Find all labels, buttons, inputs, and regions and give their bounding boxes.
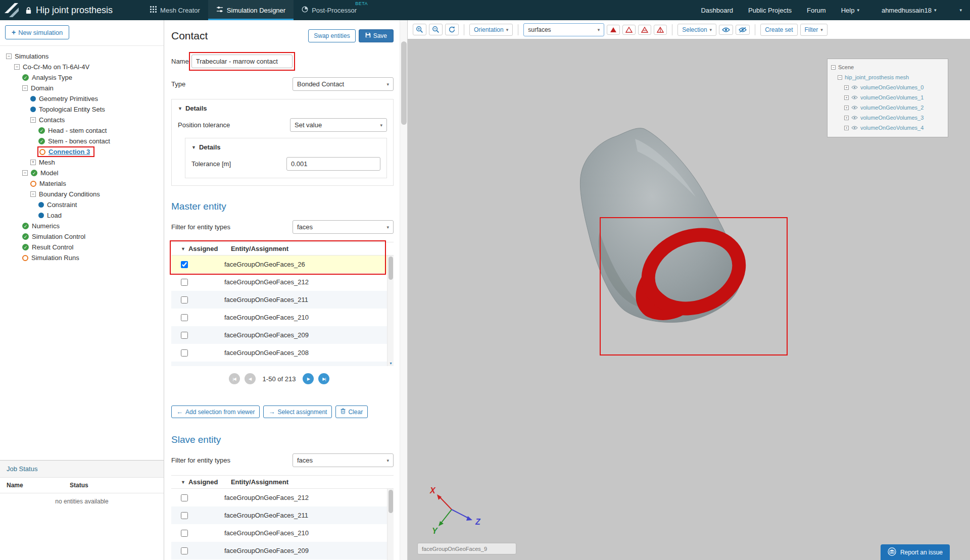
details-section-toggle[interactable]: ▼ Details <box>178 105 387 112</box>
collapse-icon[interactable]: − <box>838 75 842 80</box>
tree-item-simulation-runs[interactable]: Simulation Runs <box>0 252 164 263</box>
expand-icon[interactable]: + <box>844 116 849 120</box>
visibility-eye-icon[interactable] <box>851 105 858 110</box>
tree-item-boundary-conditions[interactable]: −Boundary Conditions <box>0 189 164 199</box>
nav-public-projects[interactable]: Public Projects <box>748 7 792 14</box>
collapse-icon[interactable]: − <box>831 65 836 70</box>
entity-checkbox[interactable] <box>181 494 188 501</box>
expand-icon[interactable]: + <box>844 95 849 100</box>
entity-checkbox[interactable] <box>181 261 188 268</box>
tree-item-result-control[interactable]: ✓Result Control <box>0 242 164 252</box>
tree-item-simulations[interactable]: −Simulations <box>0 51 164 62</box>
clear-button[interactable]: Clear <box>335 405 368 418</box>
entity-checkbox[interactable] <box>181 349 188 357</box>
collapse-icon[interactable]: − <box>22 85 28 91</box>
scrollbar-thumb[interactable] <box>389 490 393 513</box>
mesh-quality-filled-triangle-button[interactable] <box>607 25 620 35</box>
panel-scrollbar[interactable] <box>400 20 407 560</box>
entity-checkbox[interactable] <box>181 530 188 537</box>
entity-row[interactable]: faceGroupOnGeoFaces_26 <box>171 256 394 273</box>
tolerance-input[interactable] <box>286 157 380 171</box>
tree-item-connection-3[interactable]: Connection 3 <box>0 146 164 157</box>
entity-checkbox[interactable] <box>181 547 188 554</box>
new-simulation-button[interactable]: + New simulation <box>5 25 69 39</box>
nav-dashboard[interactable]: Dashboard <box>701 7 733 14</box>
scene-volume-volumeongeovolumes-3[interactable]: +volumeOnGeoVolumes_3 <box>831 113 944 123</box>
previous-page-button[interactable]: ◀ <box>245 373 256 384</box>
mesh-quality-outline-triangle-button[interactable] <box>622 25 636 35</box>
add-selection-from-viewer-button[interactable]: ← Add selection from viewer <box>171 405 260 418</box>
tree-item-head-stem-contact[interactable]: ✓Head - stem contact <box>0 125 164 136</box>
zoom-in-button[interactable] <box>413 24 426 35</box>
collapse-icon[interactable]: − <box>30 191 36 197</box>
filter-dropdown[interactable]: Filter ▾ <box>800 24 828 36</box>
tree-item-contacts[interactable]: −Contacts <box>0 115 164 125</box>
tree-item-load[interactable]: Load <box>0 210 164 221</box>
slave-entity-filter-select[interactable]: faces ▾ <box>293 453 394 467</box>
position-tolerance-select[interactable]: Set value ▾ <box>290 118 387 132</box>
entity-checkbox[interactable] <box>181 279 188 286</box>
visibility-eye-icon[interactable] <box>851 85 858 90</box>
tree-item-mesh[interactable]: +Mesh <box>0 157 164 168</box>
last-page-button[interactable]: ▶| <box>318 373 329 384</box>
scroll-down-icon[interactable]: ▾ <box>387 361 394 366</box>
expand-icon[interactable]: + <box>30 160 36 165</box>
tree-item-constraint[interactable]: Constraint <box>0 199 164 210</box>
scene-root-item[interactable]: − Scene <box>831 62 944 72</box>
tree-item-analysis-type[interactable]: ✓Analysis Type <box>0 72 164 83</box>
first-page-button[interactable]: |◀ <box>229 373 240 384</box>
selection-dropdown[interactable]: Selection ▾ <box>677 24 716 36</box>
collapse-icon[interactable]: − <box>22 170 28 176</box>
entity-row[interactable]: faceGroupOnGeoFaces_211 <box>171 506 394 524</box>
create-set-button[interactable]: Create set <box>760 24 797 36</box>
tree-item-numerics[interactable]: ✓Numerics <box>0 221 164 231</box>
sort-desc-icon[interactable]: ▼ <box>181 246 185 251</box>
collapse-icon[interactable]: − <box>6 54 12 59</box>
scene-volume-volumeongeovolumes-1[interactable]: +volumeOnGeoVolumes_1 <box>831 92 944 103</box>
entity-row[interactable]: faceGroupOnGeoFaces_207 <box>171 362 394 366</box>
slave-table-scrollbar[interactable] <box>387 489 394 560</box>
nav-forum[interactable]: Forum <box>807 7 826 14</box>
entity-checkbox[interactable] <box>181 512 188 519</box>
viewer-3d[interactable]: Orientation ▾ surfaces ▾ Selection <box>408 20 970 560</box>
expand-icon[interactable]: + <box>844 106 849 110</box>
entity-row[interactable]: faceGroupOnGeoFaces_208 <box>171 344 394 362</box>
scene-volume-volumeongeovolumes-2[interactable]: +volumeOnGeoVolumes_2 <box>831 103 944 113</box>
tree-item-topological-entity-sets[interactable]: Topological Entity Sets <box>0 104 164 115</box>
tree-item-domain[interactable]: −Domain <box>0 83 164 93</box>
tree-item-simulation-control[interactable]: ✓Simulation Control <box>0 231 164 242</box>
expand-icon[interactable]: + <box>844 85 849 90</box>
tab-post-processor[interactable]: Post-Processor BETA <box>294 0 365 20</box>
tree-item-co-cr-mo-on-ti-6al-4v[interactable]: −Co-Cr-Mo on Ti-6Al-4V <box>0 62 164 72</box>
contact-name-input[interactable] <box>191 55 293 68</box>
assigned-column-header[interactable]: Assigned <box>188 478 231 486</box>
entity-checkbox[interactable] <box>181 332 188 339</box>
entity-row[interactable]: faceGroupOnGeoFaces_212 <box>171 489 394 506</box>
entity-column-header[interactable]: Entity/Assignment <box>231 478 288 486</box>
show-selection-button[interactable] <box>719 25 733 35</box>
select-assignment-button[interactable]: → Select assignment <box>263 405 332 418</box>
swap-entities-button[interactable]: Swap entities <box>308 29 355 42</box>
user-menu[interactable]: ahmedhussain18▾ <box>882 7 937 14</box>
sort-desc-icon[interactable]: ▼ <box>181 480 185 485</box>
entity-checkbox[interactable] <box>181 296 188 303</box>
inner-details-toggle[interactable]: ▼ Details <box>191 143 380 151</box>
scrollbar-thumb[interactable] <box>389 257 393 280</box>
tree-item-stem-bones-contact[interactable]: ✓Stem - bones contact <box>0 136 164 146</box>
entity-row[interactable]: faceGroupOnGeoFaces_211 <box>171 291 394 309</box>
collapse-icon[interactable]: − <box>30 117 36 123</box>
mesh-quality-section-triangle-button[interactable] <box>654 25 667 35</box>
tab-mesh-creator[interactable]: Mesh Creator <box>142 0 208 20</box>
refresh-view-button[interactable] <box>445 24 459 35</box>
zoom-out-button[interactable] <box>429 24 443 35</box>
app-logo-icon[interactable] <box>4 3 19 18</box>
tree-item-model[interactable]: −✓Model <box>0 168 164 178</box>
visibility-eye-icon[interactable] <box>851 115 858 120</box>
entity-checkbox[interactable] <box>181 314 188 321</box>
entity-row[interactable]: faceGroupOnGeoFaces_210 <box>171 524 394 542</box>
entity-row[interactable]: faceGroupOnGeoFaces_209 <box>171 542 394 559</box>
collapse-icon[interactable]: − <box>14 64 20 70</box>
tree-item-materials[interactable]: Materials <box>0 178 164 189</box>
master-entity-filter-select[interactable]: faces ▾ <box>293 220 394 234</box>
expand-icon[interactable]: + <box>844 126 849 130</box>
